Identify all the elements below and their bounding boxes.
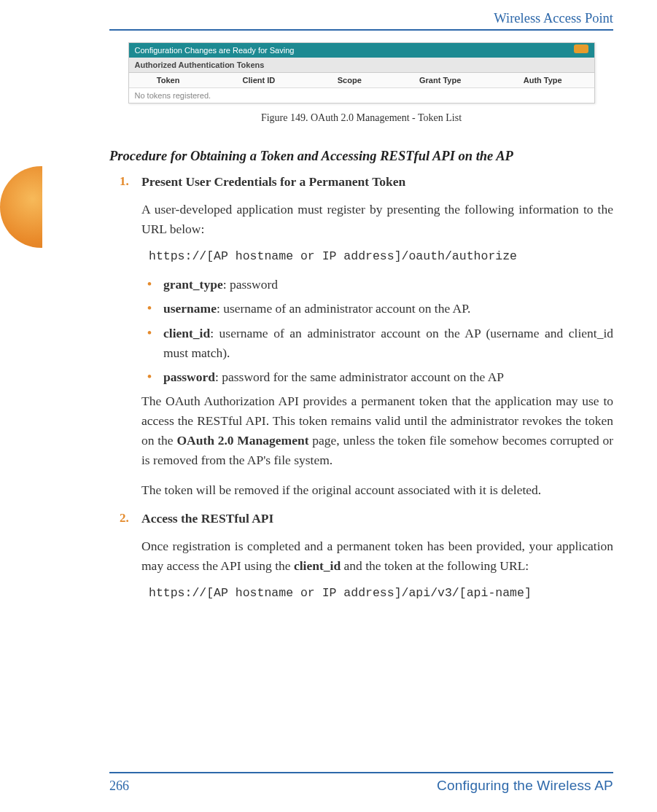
step-2-para-1-bold: client_id <box>294 558 341 573</box>
header-title: Wireless Access Point <box>494 11 613 26</box>
step-1-bullets: grant_type: password username: username … <box>141 275 613 387</box>
step-1: 1. Present User Credentials for a Perman… <box>109 174 613 501</box>
step-1-code: https://[AP hostname or IP address]/oaut… <box>149 249 613 263</box>
figure-subheader: Authorized Authentication Tokens <box>129 58 594 73</box>
figure-table-header: Token Client ID Scope Grant Type Auth Ty… <box>129 73 594 88</box>
figure-banner-icon <box>574 44 588 53</box>
bullet-rest: : username of an administrator account o… <box>163 326 613 360</box>
bullet-rest: : password for the same administrator ac… <box>215 370 504 384</box>
figure-banner-text: Configuration Changes are Ready for Savi… <box>135 46 295 55</box>
figure-col-auth-type: Auth Type <box>491 76 594 85</box>
procedure-title: Procedure for Obtaining a Token and Acce… <box>109 149 613 164</box>
step-number: 1. <box>120 174 129 189</box>
bullet-label: username <box>163 301 217 316</box>
bullet-label: grant_type <box>163 277 223 292</box>
step-number: 2. <box>120 511 129 526</box>
step-2-para-1b: and the token at the following URL: <box>341 558 529 573</box>
step-1-para-1: A user-developed application must regist… <box>141 200 613 239</box>
page-content: Configuration Changes are Ready for Savi… <box>109 42 613 612</box>
step-1-para-2-bold: OAuth 2.0 Management <box>176 433 308 448</box>
step-2: 2. Access the RESTful API Once registrat… <box>109 511 613 600</box>
bullet-username: username: username of an administrator a… <box>141 299 613 319</box>
bullet-password: password: password for the same administ… <box>141 367 613 387</box>
figure-banner: Configuration Changes are Ready for Savi… <box>129 43 594 58</box>
step-2-para-1: Once registration is completed and a per… <box>141 536 613 576</box>
step-2-code: https://[AP hostname or IP address]/api/… <box>149 586 613 600</box>
figure-col-client-id: Client ID <box>208 76 311 85</box>
figure-col-grant-type: Grant Type <box>389 76 491 85</box>
bullet-rest: : password <box>223 277 278 292</box>
page-number: 266 <box>109 778 129 794</box>
step-1-para-3: The token will be removed if the origina… <box>141 480 613 500</box>
step-title: Access the RESTful API <box>141 511 613 526</box>
procedure-steps: 1. Present User Credentials for a Perman… <box>109 174 613 600</box>
figure-empty-message: No tokens registered. <box>129 88 594 103</box>
bullet-client-id: client_id: username of an administrator … <box>141 324 613 363</box>
page-footer: 266 Configuring the Wireless AP <box>109 772 613 794</box>
step-1-para-2: The OAuth Authorization API provides a p… <box>141 391 613 471</box>
bullet-label: client_id <box>163 326 210 340</box>
bullet-grant-type: grant_type: password <box>141 275 613 294</box>
side-ornament-circle <box>0 166 42 248</box>
figure-col-token: Token <box>129 76 208 85</box>
step-title: Present User Credentials for a Permanent… <box>141 174 613 190</box>
figure-screenshot: Configuration Changes are Ready for Savi… <box>128 42 595 104</box>
bullet-label: password <box>163 370 215 384</box>
side-ornament <box>0 166 42 248</box>
figure-col-scope: Scope <box>310 76 389 85</box>
page-header: Wireless Access Point <box>109 11 613 31</box>
bullet-rest: : username of an administrator account o… <box>217 301 470 316</box>
figure-caption: Figure 149. OAuth 2.0 Management - Token… <box>109 112 613 124</box>
footer-section-title: Configuring the Wireless AP <box>437 778 613 794</box>
